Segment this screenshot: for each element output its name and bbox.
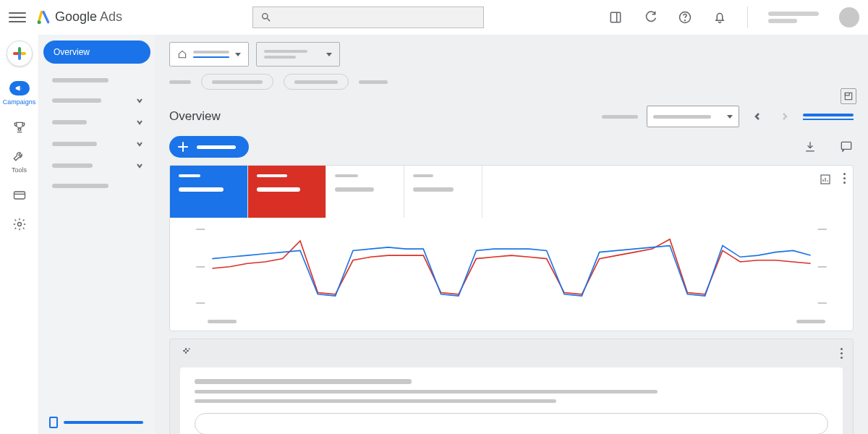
save-icon xyxy=(843,91,854,101)
search-icon xyxy=(260,12,272,23)
page-title: Overview xyxy=(169,109,221,124)
avatar[interactable] xyxy=(839,7,859,27)
card-icon xyxy=(12,188,27,203)
logo-text: Google Ads xyxy=(55,9,122,25)
insight-text xyxy=(195,399,556,403)
chevron-down-icon xyxy=(727,115,733,119)
notifications-icon[interactable] xyxy=(712,10,727,25)
plus-icon xyxy=(176,140,190,153)
product-logo[interactable]: Google Ads xyxy=(36,9,122,25)
secondary-nav-item[interactable] xyxy=(39,90,155,111)
filter-chip[interactable] xyxy=(201,74,273,90)
svg-point-0 xyxy=(38,20,41,24)
tools-icon xyxy=(12,149,26,163)
appearance-icon[interactable] xyxy=(608,10,623,25)
sparkle-icon xyxy=(180,346,192,358)
download-icon[interactable] xyxy=(803,140,817,154)
ads-logo-icon xyxy=(36,10,51,25)
refresh-icon[interactable] xyxy=(643,10,658,25)
feedback-icon[interactable] xyxy=(839,140,854,154)
more-icon[interactable] xyxy=(843,173,846,186)
chevron-down-icon xyxy=(136,97,143,104)
date-prev-button[interactable] xyxy=(748,107,767,126)
chevron-down-icon xyxy=(235,53,241,56)
nav-admin[interactable] xyxy=(12,217,27,231)
main-content: Overview xyxy=(155,35,868,434)
menu-icon[interactable] xyxy=(9,9,26,26)
account-scope-dropdown[interactable] xyxy=(169,42,249,67)
date-range-dropdown[interactable] xyxy=(647,106,739,127)
help-icon[interactable] xyxy=(678,10,692,25)
app-header: Google Ads xyxy=(0,0,868,35)
svg-point-7 xyxy=(17,223,21,226)
secondary-nav-item[interactable] xyxy=(39,71,155,90)
nav-billing[interactable] xyxy=(12,188,27,203)
svg-point-17 xyxy=(189,349,190,349)
account-switcher[interactable] xyxy=(768,12,819,23)
create-button[interactable] xyxy=(7,41,33,67)
auto-apply-toggle[interactable] xyxy=(803,114,854,120)
nav-campaigns-label: Campaigns xyxy=(3,98,36,106)
secondary-nav-item[interactable] xyxy=(39,111,155,133)
scorecard[interactable] xyxy=(326,166,404,218)
nav-overview[interactable]: Overview xyxy=(43,41,150,64)
scope-bar xyxy=(155,35,868,67)
date-compare-label xyxy=(602,115,638,119)
nav-campaigns[interactable]: Campaigns xyxy=(3,81,36,106)
primary-nav: Campaigns Tools xyxy=(0,35,39,434)
svg-rect-1 xyxy=(610,12,620,22)
secondary-nav-item[interactable] xyxy=(39,133,155,155)
svg-rect-5 xyxy=(14,192,25,199)
chevron-down-icon xyxy=(136,119,143,126)
save-view-button[interactable] xyxy=(841,88,856,104)
scorecard[interactable] xyxy=(404,166,482,218)
date-next-button[interactable] xyxy=(775,107,794,126)
chevron-down-icon xyxy=(326,53,332,56)
insight-text xyxy=(195,390,658,393)
scorecard[interactable] xyxy=(248,166,326,218)
secondary-nav: Overview xyxy=(39,35,155,434)
performance-card xyxy=(169,165,854,331)
filter-bar xyxy=(155,67,868,94)
megaphone-icon xyxy=(14,83,25,93)
trophy-icon xyxy=(12,120,27,135)
performance-chart xyxy=(170,218,853,331)
nav-tools[interactable]: Tools xyxy=(12,149,27,174)
insight-text xyxy=(195,379,412,384)
filter-chip[interactable] xyxy=(284,74,349,90)
campaign-scope-dropdown[interactable] xyxy=(256,42,340,67)
nav-tools-label: Tools xyxy=(12,166,27,174)
gear-icon xyxy=(12,217,27,231)
chevron-down-icon xyxy=(136,162,143,169)
chevron-down-icon xyxy=(136,140,143,148)
svg-point-4 xyxy=(685,20,686,20)
search-input[interactable] xyxy=(252,7,484,28)
chart-x-end xyxy=(796,320,825,323)
insight-card xyxy=(169,339,854,434)
secondary-nav-item[interactable] xyxy=(39,176,155,195)
divider xyxy=(747,7,748,28)
svg-rect-8 xyxy=(845,93,851,99)
svg-rect-9 xyxy=(841,142,851,149)
scorecard[interactable] xyxy=(170,166,248,218)
chart-settings-icon[interactable] xyxy=(819,173,832,186)
more-icon[interactable] xyxy=(841,348,843,359)
nav-footer-link[interactable] xyxy=(49,417,143,428)
header-actions xyxy=(608,7,859,28)
new-campaign-button[interactable] xyxy=(169,136,249,158)
secondary-nav-item[interactable] xyxy=(39,155,155,176)
nav-goals[interactable] xyxy=(12,120,27,135)
insight-input[interactable] xyxy=(195,413,828,434)
home-icon xyxy=(177,49,187,59)
breadcrumb-text xyxy=(169,80,191,84)
breadcrumb-text xyxy=(359,80,388,84)
chart-x-start xyxy=(208,320,237,323)
